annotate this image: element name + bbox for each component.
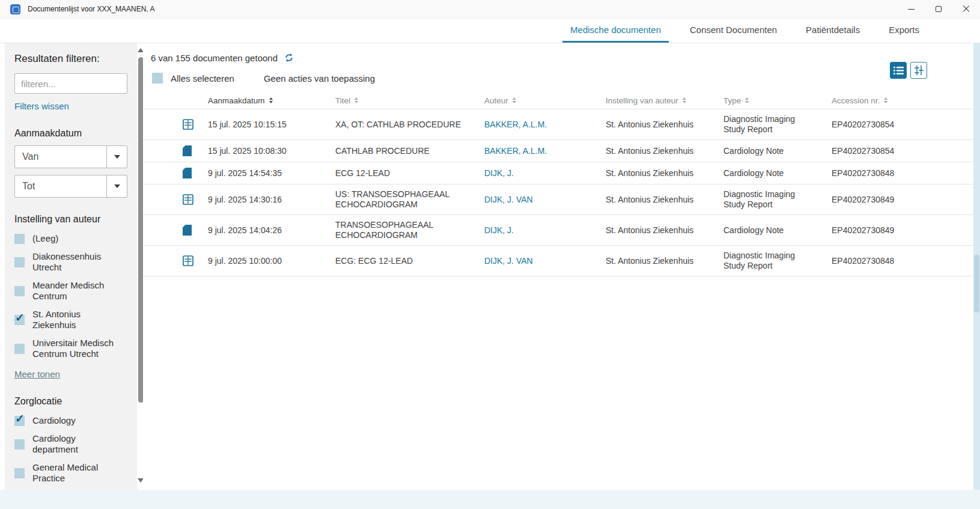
tab-label: Patiëntdetails — [806, 25, 860, 35]
institution-filter-list: (Leeg) Diakonessenhuis Utrecht Meander M… — [14, 230, 137, 363]
scrollbar-thumb[interactable] — [974, 255, 979, 312]
documents-table: Aanmaakdatum Titel Auteur Instelling van… — [143, 92, 973, 276]
maximize-icon — [936, 6, 942, 12]
row-date: 9 jul. 2025 14:54:35 — [197, 168, 324, 178]
date-to-select[interactable]: Tot — [14, 175, 127, 198]
column-header-accession[interactable]: Accession nr. — [821, 96, 973, 105]
row-institution: St. Antonius Ziekenhuis — [595, 195, 713, 205]
row-institution: St. Antonius Ziekenhuis — [595, 225, 713, 236]
date-to-dropdown-button[interactable] — [106, 175, 127, 197]
row-date: 9 jul. 2025 10:00:00 — [197, 256, 324, 266]
refresh-icon[interactable] — [284, 52, 294, 63]
table-row[interactable]: 9 jul. 2025 14:04:26 TRANSOESOPHAGEAAL E… — [143, 215, 973, 245]
filter-checkbox[interactable] — [14, 234, 25, 244]
imaging-report-icon — [183, 255, 193, 266]
close-button[interactable] — [952, 0, 980, 18]
maximize-button[interactable] — [925, 0, 952, 18]
column-header-instelling[interactable]: Instelling van auteur — [595, 96, 713, 105]
table-header-row: Aanmaakdatum Titel Auteur Instelling van… — [143, 92, 973, 109]
tab-label: Consent Documenten — [690, 25, 777, 35]
sort-icon[interactable] — [355, 97, 358, 103]
title-bar: Documentenlijst voor XXX_MAANEN, A — [0, 0, 980, 19]
select-all-checkbox[interactable] — [152, 73, 163, 84]
view-toggle-group — [890, 62, 927, 79]
filter-checkbox[interactable] — [14, 416, 25, 426]
filter-option-label: Cardiology — [32, 415, 123, 426]
filter-option[interactable]: Universitair Medisch Centrum Utrecht — [14, 334, 137, 363]
column-header-titel[interactable]: Titel — [324, 96, 473, 105]
table-row[interactable]: 15 jul. 2025 10:08:30 CATHLAB PROCEDURE … — [143, 139, 973, 162]
sort-icon[interactable] — [884, 97, 887, 103]
date-from-select[interactable]: Van — [14, 145, 127, 168]
column-header-type[interactable]: Type — [713, 96, 821, 105]
filter-sidebar: Resultaten filteren: Filters wissen Aanm… — [5, 43, 137, 490]
row-document-type: Cardiology Note — [713, 168, 821, 178]
row-author-link[interactable]: DIJK, J. — [484, 168, 514, 178]
main-tab[interactable]: Medische documenten — [562, 19, 669, 43]
row-date: 15 jul. 2025 10:15:15 — [197, 120, 324, 130]
table-row[interactable]: 9 jul. 2025 10:00:00 ECG: ECG 12-LEAD DI… — [143, 245, 973, 276]
window-frame-bottom — [0, 490, 980, 509]
main-tab-bar: Medische documenten Consent Documenten P… — [0, 19, 980, 43]
row-accession-number: EP40202730849 — [821, 195, 973, 205]
main-tab[interactable]: Patiëntdetails — [798, 19, 868, 43]
sort-icon[interactable] — [269, 97, 273, 103]
row-title: US: TRANSOESOPHAGEAAL ECHOCARDIOGRAM — [324, 189, 473, 210]
filter-checkbox[interactable] — [14, 344, 25, 354]
select-all-label: Alles selecteren — [171, 73, 234, 84]
column-settings-button[interactable] — [910, 62, 927, 79]
row-title: ECG: ECG 12-LEAD — [324, 256, 473, 266]
sort-icon[interactable] — [745, 97, 749, 103]
filter-option[interactable]: Cardiology — [14, 412, 137, 430]
filter-checkbox[interactable] — [14, 286, 25, 296]
table-row[interactable]: 9 jul. 2025 14:54:35 ECG 12-LEAD DIJK, J… — [143, 162, 973, 184]
sort-icon[interactable] — [513, 97, 516, 103]
filter-option[interactable]: (Leeg) — [14, 230, 137, 248]
row-author-link[interactable]: BAKKER, A.L.M. — [484, 120, 547, 129]
filter-option[interactable]: St. Antonius Ziekenhuis — [14, 305, 137, 334]
row-institution: St. Antonius Ziekenhuis — [595, 146, 713, 156]
table-row[interactable]: 15 jul. 2025 10:15:15 XA, OT: CATHLAB PR… — [143, 109, 973, 139]
row-accession-number: EP40202730854 — [821, 146, 973, 156]
row-document-type: Diagnostic Imaging Study Report — [713, 251, 821, 271]
clear-filters-link[interactable]: Filters wissen — [14, 101, 69, 111]
row-date: 15 jul. 2025 10:08:30 — [197, 146, 324, 156]
table-row[interactable]: 9 jul. 2025 14:30:16 US: TRANSOESOPHAGEA… — [143, 184, 973, 215]
main-tab[interactable]: Exports — [881, 19, 927, 43]
filter-option-label: Cardiology department — [32, 433, 123, 455]
main-tab[interactable]: Consent Documenten — [682, 19, 785, 43]
show-more-link[interactable]: Meer tonen — [14, 369, 60, 379]
row-author-link[interactable]: DIJK, J. — [484, 225, 514, 235]
filter-option-label: Universitair Medisch Centrum Utrecht — [32, 338, 123, 359]
filter-input[interactable] — [14, 73, 127, 94]
row-author-link[interactable]: DIJK, J. VAN — [484, 256, 533, 266]
tab-label: Exports — [889, 25, 919, 35]
list-view-button[interactable] — [890, 62, 907, 79]
filter-checkbox[interactable] — [14, 468, 25, 478]
note-document-icon — [183, 225, 192, 236]
row-title: XA, OT: CATHLAB PROCEDURE — [324, 120, 473, 130]
filter-option-label: General Medical Practice — [32, 462, 123, 484]
filter-option[interactable]: Meander Medisch Centrum — [14, 276, 137, 305]
column-header-auteur[interactable]: Auteur — [473, 96, 595, 105]
imaging-report-icon — [183, 194, 193, 205]
row-institution: St. Antonius Ziekenhuis — [595, 256, 713, 266]
filter-checkbox[interactable] — [14, 439, 25, 450]
row-author-link[interactable]: BAKKER, A.L.M. — [484, 146, 547, 156]
table-body: 15 jul. 2025 10:15:15 XA, OT: CATHLAB PR… — [143, 109, 973, 276]
sort-icon[interactable] — [683, 97, 686, 103]
window-controls — [897, 0, 980, 18]
filter-checkbox[interactable] — [14, 257, 25, 267]
note-document-icon — [183, 168, 192, 178]
minimize-button[interactable] — [897, 0, 925, 18]
filter-option[interactable]: General Medical Practice — [14, 459, 137, 487]
filter-option[interactable]: Diakonessenhuis Utrecht — [14, 248, 137, 276]
page-scrollbar[interactable] — [973, 43, 980, 490]
no-actions-text: Geen acties van toepassing — [264, 73, 375, 84]
date-from-dropdown-button[interactable] — [106, 146, 127, 168]
column-header-aanmaakdatum[interactable]: Aanmaakdatum — [197, 96, 324, 105]
column-settings-icon — [914, 66, 924, 75]
row-author-link[interactable]: DIJK, J. VAN — [484, 195, 533, 204]
filter-checkbox[interactable] — [14, 315, 25, 325]
filter-option[interactable]: Cardiology department — [14, 430, 137, 459]
